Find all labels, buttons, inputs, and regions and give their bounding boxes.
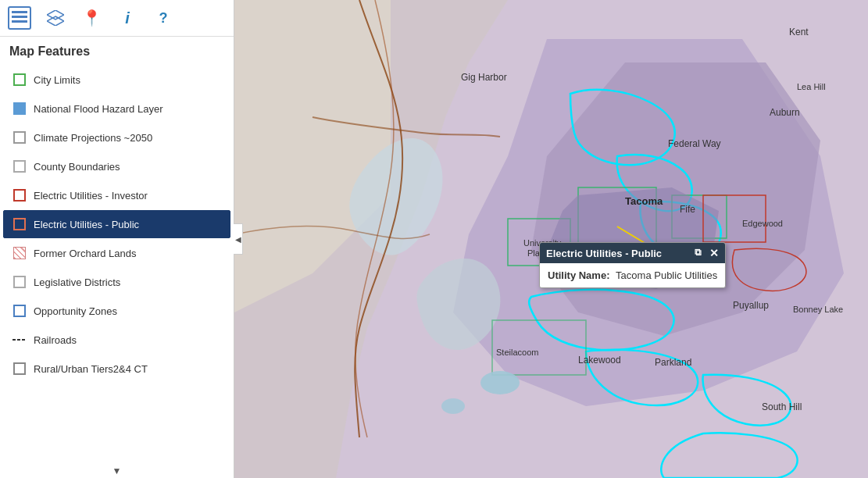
svg-text:Tacoma: Tacoma [625, 195, 663, 207]
collapse-panel-button[interactable]: ◀ [234, 223, 243, 255]
layer-rural[interactable]: Rural/Urban Tiers2&4 CT [3, 355, 230, 383]
svg-text:Steilacoom: Steilacoom [496, 348, 538, 357]
legislative-icon [12, 274, 27, 290]
svg-text:Edgewood: Edgewood [742, 219, 783, 228]
svg-rect-0 [12, 11, 27, 13]
svg-text:Bonney Lake: Bonney Lake [793, 305, 843, 314]
railroad-icon [12, 332, 27, 348]
opportunity-icon [12, 303, 27, 319]
feature-popup: Electric Utilities - Public ⧉ ✕ Utility … [539, 242, 726, 288]
map-area[interactable]: Kent Lea Hill Auburn Federal Way Edgewoo… [234, 0, 868, 478]
list-icon[interactable] [8, 6, 31, 30]
layer-city-limits[interactable]: City Limits [3, 66, 230, 94]
eu-investor-icon [12, 187, 27, 203]
popup-field-value: Tacoma Public Utilities [616, 269, 717, 281]
layer-eu-investor[interactable]: Electric Utilities - Investor [3, 181, 230, 209]
svg-text:Gig Harbor: Gig Harbor [461, 72, 507, 83]
panel-title: Map Features [0, 37, 234, 63]
flood-icon [12, 101, 27, 116]
svg-text:Puyallup: Puyallup [733, 300, 769, 311]
svg-point-16 [441, 398, 465, 414]
layer-opportunity[interactable]: Opportunity Zones [3, 297, 230, 325]
layers-icon[interactable] [44, 6, 67, 30]
orchard-icon [12, 245, 27, 261]
svg-marker-4 [47, 16, 64, 26]
help-icon[interactable]: ? [152, 6, 175, 30]
county-icon [12, 159, 27, 174]
layer-eu-public[interactable]: Electric Utilities - Public [3, 210, 230, 238]
popup-minimize-icon[interactable]: ⧉ [695, 247, 702, 259]
svg-marker-3 [47, 10, 64, 20]
svg-rect-1 [12, 16, 27, 18]
layer-climate[interactable]: Climate Projections ~2050 [3, 123, 230, 152]
svg-text:Auburn: Auburn [770, 107, 800, 118]
svg-point-15 [480, 371, 520, 394]
svg-text:Parkland: Parkland [655, 357, 691, 368]
popup-header: Electric Utilities - Public ⧉ ✕ [540, 243, 725, 263]
left-panel: 📍 i ? Map Features City Limits National … [0, 0, 234, 478]
layer-county[interactable]: County Boundaries [3, 152, 230, 180]
info-icon[interactable]: i [116, 6, 139, 30]
popup-body: Utility Name: Tacoma Public Utilities [540, 263, 725, 287]
popup-field-label: Utility Name: [548, 269, 609, 281]
svg-text:Kent: Kent [789, 27, 809, 37]
svg-rect-2 [12, 20, 27, 23]
toolbar: 📍 i ? [0, 0, 234, 37]
popup-close-icon[interactable]: ✕ [709, 247, 719, 259]
climate-icon [12, 130, 27, 145]
svg-text:Lakewood: Lakewood [578, 355, 621, 366]
layer-orchard[interactable]: Former Orchard Lands [3, 239, 230, 267]
svg-text:Lea Hill: Lea Hill [797, 82, 826, 91]
layer-railroad[interactable]: Railroads [3, 326, 230, 354]
popup-header-icons: ⧉ ✕ [695, 247, 719, 259]
scroll-down-arrow[interactable]: ▼ [0, 464, 234, 478]
eu-public-icon [12, 216, 27, 232]
map-svg: Kent Lea Hill Auburn Federal Way Edgewoo… [234, 0, 868, 478]
layer-flood-hazard[interactable]: National Flood Hazard Layer [3, 95, 230, 123]
layers-list: City Limits National Flood Hazard Layer … [0, 63, 234, 464]
city-limits-icon [12, 72, 27, 87]
svg-text:Fife: Fife [680, 204, 695, 215]
rural-icon [12, 361, 27, 376]
location-pin-icon[interactable]: 📍 [80, 6, 103, 30]
popup-title: Electric Utilities - Public [546, 248, 662, 259]
svg-text:South Hill: South Hill [762, 401, 802, 412]
svg-text:Federal Way: Federal Way [668, 138, 721, 149]
layer-legislative[interactable]: Legislative Districts [3, 268, 230, 296]
